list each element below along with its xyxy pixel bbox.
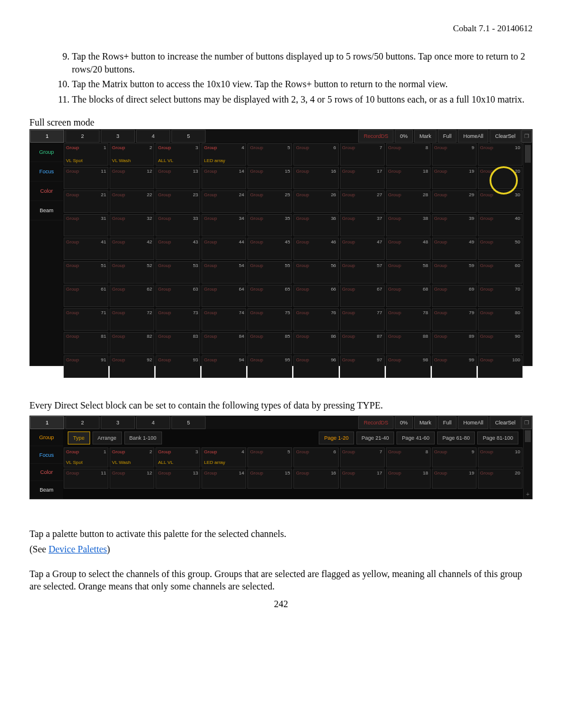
grid-cell[interactable]: Group16 — [293, 469, 338, 489]
grid-cell[interactable]: Group83 — [156, 332, 200, 354]
grid-cell[interactable]: Group98 — [386, 355, 431, 378]
grid-cell[interactable]: Group92 — [110, 355, 154, 378]
grid-cell[interactable]: Group3ALL VL — [156, 447, 200, 467]
ss2-tab-2[interactable]: 2 — [65, 416, 100, 429]
grid-cell[interactable]: Group18 — [386, 469, 431, 489]
grid-cell[interactable]: Group36 — [293, 214, 338, 236]
grid-cell[interactable]: Group45 — [247, 238, 292, 260]
grid-cell[interactable]: Group95 — [247, 355, 292, 378]
grid-cell[interactable]: Group6 — [293, 447, 338, 467]
grid-cell[interactable]: Group59 — [432, 261, 477, 284]
sidebar-focus[interactable]: Focus — [30, 162, 63, 182]
grid-cell[interactable]: Group23 — [156, 190, 200, 213]
grid-cell[interactable]: Group3ALL VL — [156, 143, 200, 166]
grid-cell[interactable]: Group5 — [247, 143, 292, 166]
grid-cell[interactable]: Group88 — [386, 332, 431, 354]
sidebar-beam[interactable]: Beam — [30, 201, 63, 220]
scrollbar[interactable] — [523, 143, 532, 365]
grid-cell[interactable]: Group90 — [478, 332, 523, 354]
grid-cell[interactable]: Group97 — [340, 355, 385, 378]
grid-cell[interactable]: Group34 — [201, 214, 246, 236]
ss2-window-restore-icon[interactable]: ❐ — [521, 416, 532, 429]
grid-cell[interactable]: Group74 — [201, 308, 246, 331]
grid-cell[interactable]: Group11 — [64, 167, 108, 189]
grid-cell[interactable]: Group68 — [386, 285, 431, 307]
grid-cell[interactable]: Group70 — [478, 285, 523, 307]
homeall-button[interactable]: HomeAll — [458, 130, 488, 143]
page-1-20-button[interactable]: Page 1-20 — [319, 431, 354, 444]
grid-cell[interactable]: Group47 — [340, 238, 385, 260]
grid-cell[interactable]: Group96 — [293, 355, 338, 378]
clearsel-button[interactable]: ClearSel — [490, 130, 521, 143]
mark-button[interactable]: Mark — [414, 130, 437, 143]
ss2-tab-5[interactable]: 5 — [171, 416, 206, 429]
grid-cell[interactable]: Group16 — [293, 167, 338, 189]
grid-cell[interactable]: Group30 — [478, 190, 523, 213]
ss2-tab-3[interactable]: 3 — [101, 416, 135, 429]
grid-cell[interactable]: Group1VL Spot — [64, 447, 108, 467]
grid-cell[interactable]: Group49 — [432, 238, 477, 260]
bank-button[interactable]: Bank 1-100 — [124, 431, 162, 444]
ss2-zero-percent-button[interactable]: 0% — [395, 416, 413, 429]
grid-cell[interactable]: Group35 — [247, 214, 292, 236]
grid-cell[interactable]: Group99 — [432, 355, 477, 378]
grid-cell[interactable]: Group26 — [293, 190, 338, 213]
zero-percent-button[interactable]: 0% — [395, 130, 413, 143]
grid-cell[interactable]: Group52 — [110, 261, 154, 284]
grid-cell[interactable]: Group80 — [478, 308, 523, 331]
grid-cell[interactable]: Group93 — [156, 355, 200, 378]
sidebar-group[interactable]: Group — [30, 143, 63, 162]
grid-cell[interactable]: Group37 — [340, 214, 385, 236]
grid-cell[interactable]: Group28 — [386, 190, 431, 213]
grid-cell[interactable]: Group32 — [110, 214, 154, 236]
grid-cell[interactable]: Group62 — [110, 285, 154, 307]
grid-cell[interactable]: Group76 — [293, 308, 338, 331]
ss2-full-button[interactable]: Full — [438, 416, 457, 429]
grid-cell[interactable]: Group4LED array — [201, 143, 246, 166]
grid-cell[interactable]: Group12 — [110, 167, 154, 189]
ss2-record-ds-button[interactable]: RecordDS — [358, 416, 394, 429]
ss2-sidebar-focus[interactable]: Focus — [30, 446, 63, 464]
grid-cell[interactable]: Group75 — [247, 308, 292, 331]
sidebar-color[interactable]: Color — [30, 182, 63, 201]
grid-cell[interactable]: Group4LED array — [201, 447, 246, 467]
ss2-mark-button[interactable]: Mark — [414, 416, 437, 429]
grid-cell[interactable]: Group14 — [201, 469, 246, 489]
grid-cell[interactable]: Group9 — [432, 143, 477, 166]
tab-3[interactable]: 3 — [101, 130, 135, 143]
grid-cell[interactable]: Group11 — [64, 469, 108, 489]
tab-5[interactable]: 5 — [171, 130, 206, 143]
grid-cell[interactable]: Group91 — [64, 355, 108, 378]
page-41-60-button[interactable]: Page 41-60 — [396, 431, 435, 444]
grid-cell[interactable]: Group25 — [247, 190, 292, 213]
grid-cell[interactable]: Group2VL Wash — [110, 447, 154, 467]
tab-2[interactable]: 2 — [65, 130, 100, 143]
grid-cell[interactable]: Group29 — [432, 190, 477, 213]
grid-cell[interactable]: Group50 — [478, 238, 523, 260]
device-palettes-link[interactable]: Device Palettes — [48, 544, 107, 554]
grid-cell[interactable]: Group79 — [432, 308, 477, 331]
ss2-sidebar-beam[interactable]: Beam — [30, 481, 63, 499]
grid-cell[interactable]: Group5 — [247, 447, 292, 467]
grid-cell[interactable]: Group82 — [110, 332, 154, 354]
grid-cell[interactable]: Group81 — [64, 332, 108, 354]
grid-cell[interactable]: Group39 — [432, 214, 477, 236]
grid-cell[interactable]: Group2VL Wash — [110, 143, 154, 166]
window-restore-icon[interactable]: ❐ — [521, 130, 532, 143]
tab-4[interactable]: 4 — [136, 130, 170, 143]
grid-cell[interactable]: Group69 — [432, 285, 477, 307]
grid-cell[interactable]: Group77 — [340, 308, 385, 331]
grid-cell[interactable]: Group55 — [247, 261, 292, 284]
grid-cell[interactable]: Group51 — [64, 261, 108, 284]
grid-cell[interactable]: Group24 — [201, 190, 246, 213]
grid-cell[interactable]: Group21 — [64, 190, 108, 213]
grid-cell[interactable]: Group41 — [64, 238, 108, 260]
grid-cell[interactable]: Group94 — [201, 355, 246, 378]
ss2-sidebar-group[interactable]: Group — [30, 429, 63, 447]
grid-cell[interactable]: Group33 — [156, 214, 200, 236]
grid-cell[interactable]: Group46 — [293, 238, 338, 260]
full-button[interactable]: Full — [438, 130, 457, 143]
grid-cell[interactable]: Group56 — [293, 261, 338, 284]
grid-cell[interactable]: Group14 — [201, 167, 246, 189]
page-81-100-button[interactable]: Page 81-100 — [477, 431, 518, 444]
